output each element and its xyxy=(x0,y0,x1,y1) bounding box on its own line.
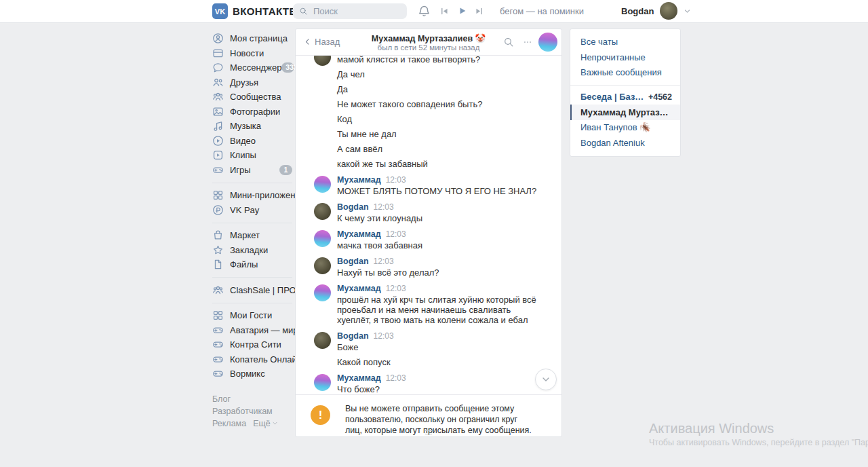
chat-peer-avatar[interactable] xyxy=(538,33,557,52)
resize-grip[interactable] xyxy=(425,430,432,434)
search-input[interactable] xyxy=(312,5,401,17)
message-body: Мухаммад12:03Что боже? xyxy=(337,374,406,394)
message-time: 12:03 xyxy=(386,284,406,293)
message-author[interactable]: Мухаммад xyxy=(337,373,381,383)
message-avatar[interactable] xyxy=(314,284,331,301)
message-header: Мухаммад12:03 xyxy=(337,374,406,383)
message-group: Bogdan12:03БожеКакой попуск xyxy=(314,332,548,372)
header-search[interactable] xyxy=(293,3,407,19)
chat-filter-2[interactable]: Важные сообщения xyxy=(570,65,680,81)
play-button[interactable] xyxy=(458,6,467,16)
sidebar-item-my-guests[interactable]: Мои Гости xyxy=(212,308,292,323)
message-author[interactable]: Мухаммад xyxy=(337,284,381,293)
gamepad-icon xyxy=(212,339,224,350)
sidebar-item-mini-apps[interactable]: Мини-приложения xyxy=(212,188,292,203)
message-author[interactable]: Bogdan xyxy=(337,257,369,266)
message-text: Что боже? xyxy=(337,384,406,394)
sidebar-item-vk-pay[interactable]: VK Pay xyxy=(212,203,292,218)
sidebar-item-label: Вормикс xyxy=(230,369,265,379)
sidebar-item-video[interactable]: Видео xyxy=(212,134,292,149)
message-avatar[interactable] xyxy=(314,257,331,274)
message-text: Да чел xyxy=(337,69,482,79)
message-author[interactable]: Bogdan xyxy=(337,331,369,341)
message-time: 12:03 xyxy=(386,373,406,383)
chevron-down-icon xyxy=(684,7,691,15)
message-text: мачка твоя забавная xyxy=(337,240,422,250)
chat-filter-0[interactable]: Все чаты xyxy=(570,35,680,50)
scroll-to-bottom-button[interactable] xyxy=(535,369,557,390)
sidebar-item-avataria[interactable]: Аватария — мир xyxy=(212,323,292,338)
message-time: 12:03 xyxy=(374,331,394,341)
more-options-button[interactable] xyxy=(522,38,533,46)
sidebar-item-label: Маркет xyxy=(230,230,260,240)
message-text: А сам ввёл xyxy=(337,144,482,154)
chat-list-item[interactable]: Bogdan Afteniuk xyxy=(570,135,680,151)
sidebar-item-label: Моя страница xyxy=(230,33,288,43)
footer-link-0[interactable]: Блог xyxy=(212,393,231,405)
sidebar-item-messenger[interactable]: Мессенджер333 xyxy=(212,60,292,75)
sidebar-item-my-page[interactable]: Моя страница xyxy=(212,31,292,46)
chat-list-item[interactable]: Мухаммад Муртазалиев 🤡 xyxy=(570,105,680,120)
message-avatar[interactable] xyxy=(314,176,331,193)
sidebar-item-kontra-city[interactable]: Контра Сити xyxy=(212,337,292,352)
bell-icon xyxy=(418,5,431,18)
sidebar-item-files[interactable]: Файлы xyxy=(212,257,292,272)
message-avatar[interactable] xyxy=(314,374,331,391)
message-author[interactable]: Мухаммад xyxy=(337,175,381,185)
footer-link-1[interactable]: Разработчикам xyxy=(212,405,273,417)
message-header: Мухаммад12:03 xyxy=(337,230,422,239)
message-avatar[interactable] xyxy=(314,56,331,66)
sidebar-item-label: Клипы xyxy=(230,150,256,160)
sidebar-item-label: Копатель Онлайн xyxy=(230,354,302,365)
notifications-button[interactable] xyxy=(418,5,431,18)
message-avatar[interactable] xyxy=(314,332,331,349)
sidebar-item-market[interactable]: Маркет xyxy=(212,228,292,243)
sidebar-item-games[interactable]: Игры1 xyxy=(212,163,292,178)
sidebar-item-clips[interactable]: Клипы xyxy=(212,148,292,163)
sidebar-item-label: Игры xyxy=(230,165,251,175)
message-text: Ты мне не дал xyxy=(337,129,482,139)
search-icon xyxy=(299,7,308,16)
sidebar-item-clashsale[interactable]: ClashSale | ПРО.. xyxy=(212,283,292,298)
sidebar-item-friends[interactable]: Друзья xyxy=(212,75,292,90)
previous-track-icon xyxy=(440,7,449,16)
sidebar-item-label: Фотографии xyxy=(230,107,280,117)
message-text: Да xyxy=(337,84,482,94)
chat-list-item[interactable]: Иван Танупов 🪳 xyxy=(570,120,680,136)
message-author[interactable]: Bogdan xyxy=(337,202,369,212)
photos-icon xyxy=(212,106,224,117)
chat-list-item[interactable]: Беседа | База мошенн...+4562 xyxy=(570,90,680,105)
message-avatar[interactable] xyxy=(314,203,331,220)
chat-search-button[interactable] xyxy=(503,37,514,48)
chat-item-name: Bogdan Afteniuk xyxy=(580,138,645,148)
sidebar-item-kopatel[interactable]: Копатель Онлайн xyxy=(212,352,292,367)
play-icon xyxy=(458,6,467,16)
footer-link-3[interactable]: Ещё xyxy=(253,417,278,430)
message-author[interactable]: Мухаммад xyxy=(337,229,381,239)
now-playing-track[interactable]: бегом — на поминки xyxy=(500,6,584,16)
vk-logo[interactable]: VK ВКОНТАКТЕ xyxy=(212,3,296,19)
sidebar-item-news[interactable]: Новости xyxy=(212,46,292,61)
message-time: 12:03 xyxy=(386,229,406,239)
sidebar-item-communities[interactable]: Сообщества xyxy=(212,90,292,105)
sidebar-item-music[interactable]: Музыка xyxy=(212,119,292,134)
message-body: мамой клястся и такое вытворять?Да челДа… xyxy=(337,56,482,174)
message-list: мамой клястся и такое вытворять?Да челДа… xyxy=(296,56,561,394)
footer-link-2[interactable]: Реклама xyxy=(212,417,246,430)
message-text: мамой клястся и такое вытворять? xyxy=(337,56,482,64)
message-text: Какой попуск xyxy=(337,357,394,367)
vk-logo-icon: VK xyxy=(212,3,228,19)
message-text: Боже xyxy=(337,342,394,352)
chat-filter-1[interactable]: Непрочитанные xyxy=(570,50,680,66)
previous-track-button[interactable] xyxy=(440,7,449,16)
user-menu[interactable]: Bogdan xyxy=(621,2,691,20)
sidebar-item-bookmarks[interactable]: Закладки xyxy=(212,243,292,258)
user-circle-icon xyxy=(212,33,224,44)
message-header: Мухаммад12:03 xyxy=(337,176,536,185)
message-header: Bogdan12:03 xyxy=(337,257,439,266)
sidebar-item-wormix[interactable]: Вормикс xyxy=(212,367,292,381)
next-track-button[interactable] xyxy=(475,7,484,16)
windows-activation-watermark: Активация Windows Чтобы активировать Win… xyxy=(649,421,868,447)
sidebar-item-photos[interactable]: Фотографии xyxy=(212,105,292,119)
message-avatar[interactable] xyxy=(314,230,331,247)
